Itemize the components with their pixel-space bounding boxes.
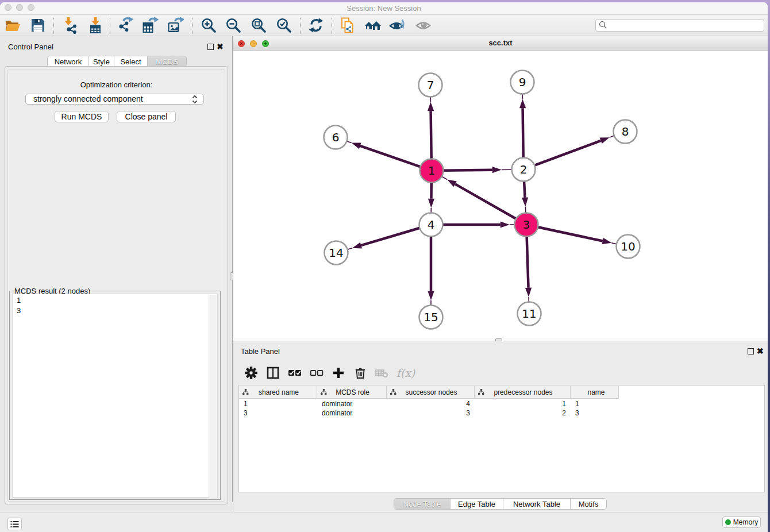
table-cell[interactable]: dominator [317,408,387,418]
export-image-button[interactable] [165,16,186,34]
table-cell[interactable]: 1 [239,399,317,408]
graph-edge-arrowhead [602,238,612,244]
table-panel-float-button[interactable] [748,348,754,354]
delete-table-button[interactable] [372,364,391,381]
optimization-select[interactable]: strongly connected component [25,94,204,105]
control-panel: Control Panel ✖ NetworkStyleSelectMCDS O… [0,36,232,512]
graph-edge-arrowhead [500,221,510,228]
import-table-icon [87,17,104,34]
mcds-tab-content: Optimization criterion: strongly connect… [5,66,228,504]
column-header-shared-name[interactable]: shared name [239,386,317,399]
result-scrollbar[interactable] [209,295,217,498]
select-stepper-icon [191,95,198,103]
graph-edge[interactable] [442,176,448,179]
graph-edge[interactable] [431,111,432,159]
import-network-button[interactable] [60,16,80,34]
network-frame-titlebar[interactable]: × – + scc.txt [233,36,768,51]
delete-table-icon [375,367,388,379]
column-header-successor-nodes[interactable]: successor nodes [387,386,475,399]
table-row[interactable]: 3dominator323 [239,408,764,418]
node-attribute-table[interactable]: shared nameMCDS rolesuccessor nodesprede… [238,385,765,492]
table-tab-network-table[interactable]: Network Table [503,499,570,509]
table-row[interactable]: 1dominator411 [239,399,764,408]
graph-edge[interactable] [534,141,601,165]
apply-preferred-layout-button[interactable] [306,16,326,34]
control-panel-close-button[interactable]: ✖ [217,43,224,50]
graph-edge[interactable] [360,146,421,167]
mcds-result-item: 1 [17,295,217,306]
first-neighbors-button[interactable] [363,16,383,34]
column-header-label: MCDS role [327,388,386,396]
unselect-all-button[interactable] [307,364,326,381]
table-panel-close-button[interactable]: ✖ [757,348,764,354]
hide-selected-button[interactable] [387,16,408,34]
table-cell[interactable]: 1 [571,399,619,408]
table-cell[interactable]: 3 [387,408,475,418]
table-panel-title: Table Panel [241,347,280,356]
open-session-button[interactable] [2,16,23,34]
table-cell[interactable]: 4 [387,399,475,408]
table-tab-node-table[interactable]: Node Table [394,499,450,509]
task-history-button[interactable] [7,518,22,530]
table-cell[interactable]: 3 [239,408,317,418]
graph-node-label: 4 [428,218,435,232]
add-row-button[interactable] [329,364,348,381]
zoom-fit-button[interactable] [248,16,269,34]
close-panel-button[interactable]: Close panel [117,111,176,122]
graph-edge-arrowhead [428,199,434,208]
export-table-button[interactable] [140,16,160,34]
column-header-predecessor-nodes[interactable]: predecessor nodes [475,386,571,399]
run-mcds-button[interactable]: Run MCDS [55,111,109,122]
open-folder-icon [4,17,21,34]
zoom-in-button[interactable] [198,16,219,34]
refresh-icon [307,17,325,34]
main-toolbar [0,16,768,36]
graph-node-label: 6 [332,130,340,144]
graph-edge[interactable] [443,170,492,171]
graph-edge-arrowhead [352,143,361,149]
save-session-button[interactable] [28,16,48,34]
clone-network-button[interactable] [337,16,358,34]
zoom-selected-button[interactable] [274,16,294,34]
show-all-button[interactable] [413,16,434,34]
export-table-icon [141,17,159,34]
graph-edge[interactable] [524,181,525,198]
delete-row-button[interactable] [351,364,370,381]
table-tab-edge-table[interactable]: Edge Table [450,499,503,509]
graph-edge-arrowhead [492,167,502,173]
select-all-button[interactable] [285,364,305,381]
show-columns-button[interactable] [263,364,283,381]
column-header-label: name [574,388,618,396]
zoom-out-button[interactable] [223,16,244,34]
table-cell[interactable]: 2 [475,408,571,418]
graph-edge[interactable] [525,207,526,213]
table-options-button[interactable] [241,364,261,381]
graph-edge[interactable] [538,227,603,241]
zoom-fit-icon [250,17,267,34]
table-cell[interactable]: 3 [571,408,619,418]
import-table-button[interactable] [85,16,106,34]
mcds-result-list[interactable]: 13 [12,294,218,498]
function-builder-button[interactable]: f(x) [393,364,418,381]
column-header-MCDS-role[interactable]: MCDS role [317,386,387,399]
search-input[interactable] [595,19,764,32]
graph-edge[interactable] [523,108,523,158]
network-canvas[interactable]: 1234678910111415 [233,51,768,338]
table-cell[interactable]: 1 [475,399,571,408]
graph-edge[interactable] [361,228,419,245]
graph-node-label: 1 [428,164,436,178]
graph-edge[interactable] [455,184,516,219]
network-graph: 1234678910111415 [233,51,768,338]
control-tab-style[interactable]: Style [88,56,114,67]
memory-button[interactable]: Memory [722,516,761,528]
column-header-name[interactable]: name [571,386,619,399]
control-panel-float-button[interactable] [207,44,214,50]
control-tab-mcds[interactable]: MCDS [147,56,186,67]
table-tab-motifs[interactable]: Motifs [570,499,606,509]
control-tab-select[interactable]: Select [114,56,147,67]
checked-boxes-icon [288,367,302,379]
control-tab-network[interactable]: Network [48,56,88,67]
export-network-button[interactable] [115,16,136,34]
graph-edge[interactable] [527,236,529,288]
table-cell[interactable]: dominator [317,399,387,408]
